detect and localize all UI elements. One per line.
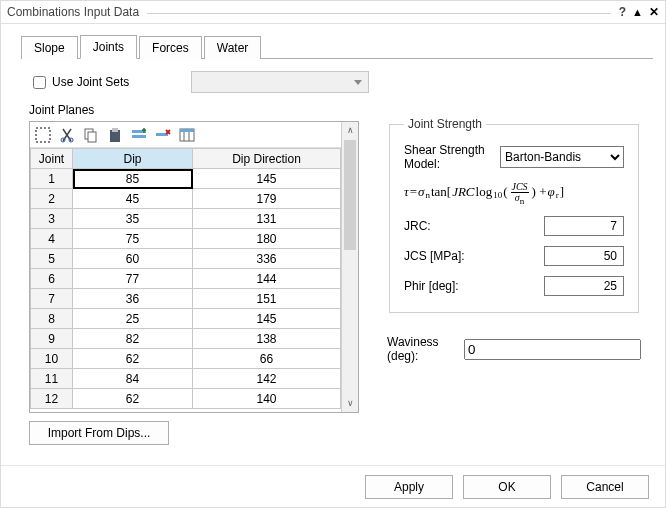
cell-dip[interactable]: 84 (73, 369, 193, 389)
cell-dip[interactable]: 82 (73, 329, 193, 349)
cell-dipdir[interactable]: 66 (193, 349, 341, 369)
row-header[interactable]: 9 (31, 329, 73, 349)
insert-row-icon[interactable] (130, 126, 148, 144)
table-row[interactable]: 825145 (31, 309, 341, 329)
table-row[interactable]: 1262140 (31, 389, 341, 409)
joint-strength-legend: Joint Strength (404, 117, 486, 131)
col-dipdir[interactable]: Dip Direction (193, 149, 341, 169)
use-joint-sets-label: Use Joint Sets (52, 75, 129, 89)
cell-dipdir[interactable]: 145 (193, 169, 341, 189)
row-header[interactable]: 6 (31, 269, 73, 289)
cell-dip[interactable]: 45 (73, 189, 193, 209)
import-from-dips-button[interactable]: Import From Dips... (29, 421, 169, 445)
joint-planes-label: Joint Planes (29, 103, 647, 117)
cell-dipdir[interactable]: 179 (193, 189, 341, 209)
phir-label: Phir [deg]: (404, 279, 544, 293)
help-icon[interactable]: ? (619, 5, 626, 19)
table-row[interactable]: 185145 (31, 169, 341, 189)
use-joint-sets-row: Use Joint Sets (29, 71, 647, 93)
scroll-up-icon[interactable]: ∧ (342, 122, 358, 139)
use-joint-sets-checkbox[interactable] (33, 76, 46, 89)
scroll-down-icon[interactable]: ∨ (342, 395, 358, 412)
tab-panel: Use Joint Sets Joint Planes (1, 59, 665, 445)
select-icon[interactable] (34, 126, 52, 144)
cancel-button[interactable]: Cancel (561, 475, 649, 499)
svg-rect-6 (112, 128, 118, 132)
col-dip[interactable]: Dip (73, 149, 193, 169)
tab-bar: Slope Joints Forces Water (21, 34, 653, 59)
joint-sets-combo (191, 71, 369, 93)
table-row[interactable]: 106266 (31, 349, 341, 369)
cell-dip[interactable]: 35 (73, 209, 193, 229)
cell-dipdir[interactable]: 145 (193, 309, 341, 329)
cell-dipdir[interactable]: 140 (193, 389, 341, 409)
table-row[interactable]: 560336 (31, 249, 341, 269)
row-header[interactable]: 2 (31, 189, 73, 209)
phir-input[interactable] (544, 276, 624, 296)
svg-rect-0 (36, 128, 50, 142)
cell-dip[interactable]: 36 (73, 289, 193, 309)
jcs-input[interactable] (544, 246, 624, 266)
cell-dipdir[interactable]: 180 (193, 229, 341, 249)
tab-water[interactable]: Water (204, 36, 262, 59)
dialog-window: Combinations Input Data ? ▲ ✕ Slope Join… (0, 0, 666, 508)
cell-dipdir[interactable]: 144 (193, 269, 341, 289)
col-joint[interactable]: Joint (31, 149, 73, 169)
row-header[interactable]: 3 (31, 209, 73, 229)
svg-rect-13 (180, 129, 194, 132)
table-row[interactable]: 1184142 (31, 369, 341, 389)
table-row[interactable]: 335131 (31, 209, 341, 229)
joint-planes-table: Joint Dip Dip Direction 1851452451793351… (29, 121, 359, 413)
table-row[interactable]: 982138 (31, 329, 341, 349)
paste-icon[interactable] (106, 126, 124, 144)
dialog-title: Combinations Input Data (7, 5, 139, 19)
table-row[interactable]: 245179 (31, 189, 341, 209)
table-toolbar (30, 122, 341, 148)
jcs-label: JCS [MPa]: (404, 249, 544, 263)
cell-dip[interactable]: 62 (73, 389, 193, 409)
cell-dip[interactable]: 60 (73, 249, 193, 269)
table-row[interactable]: 736151 (31, 289, 341, 309)
jrc-label: JRC: (404, 219, 544, 233)
waviness-label: Waviness (deg): (387, 335, 464, 363)
scroll-thumb[interactable] (344, 140, 356, 250)
row-header[interactable]: 1 (31, 169, 73, 189)
row-header[interactable]: 7 (31, 289, 73, 309)
cell-dip[interactable]: 62 (73, 349, 193, 369)
jrc-input[interactable] (544, 216, 624, 236)
close-icon[interactable]: ✕ (649, 5, 659, 19)
waviness-input[interactable] (464, 339, 641, 360)
cell-dip[interactable]: 25 (73, 309, 193, 329)
row-header[interactable]: 11 (31, 369, 73, 389)
ok-button[interactable]: OK (463, 475, 551, 499)
table-scrollbar[interactable]: ∧ ∨ (341, 122, 358, 412)
apply-button[interactable]: Apply (365, 475, 453, 499)
cell-dipdir[interactable]: 151 (193, 289, 341, 309)
tab-joints[interactable]: Joints (80, 35, 137, 59)
shear-model-select[interactable]: Barton-Bandis (500, 146, 624, 168)
delete-row-icon[interactable] (154, 126, 172, 144)
barton-bandis-formula: τ = σn tan[JRC log10( JCSσn ) + φr] (404, 181, 624, 202)
copy-icon[interactable] (82, 126, 100, 144)
cell-dipdir[interactable]: 336 (193, 249, 341, 269)
table-row[interactable]: 677144 (31, 269, 341, 289)
row-header[interactable]: 10 (31, 349, 73, 369)
columns-icon[interactable] (178, 126, 196, 144)
joint-grid[interactable]: Joint Dip Dip Direction 1851452451793351… (30, 148, 341, 409)
tab-forces[interactable]: Forces (139, 36, 202, 59)
title-separator (147, 13, 611, 14)
collapse-icon[interactable]: ▲ (632, 6, 643, 18)
cell-dipdir[interactable]: 131 (193, 209, 341, 229)
cut-icon[interactable] (58, 126, 76, 144)
row-header[interactable]: 4 (31, 229, 73, 249)
row-header[interactable]: 12 (31, 389, 73, 409)
cell-dipdir[interactable]: 138 (193, 329, 341, 349)
table-row[interactable]: 475180 (31, 229, 341, 249)
tab-slope[interactable]: Slope (21, 36, 78, 59)
cell-dip[interactable]: 85 (73, 169, 193, 189)
row-header[interactable]: 5 (31, 249, 73, 269)
row-header[interactable]: 8 (31, 309, 73, 329)
cell-dip[interactable]: 75 (73, 229, 193, 249)
cell-dipdir[interactable]: 142 (193, 369, 341, 389)
cell-dip[interactable]: 77 (73, 269, 193, 289)
